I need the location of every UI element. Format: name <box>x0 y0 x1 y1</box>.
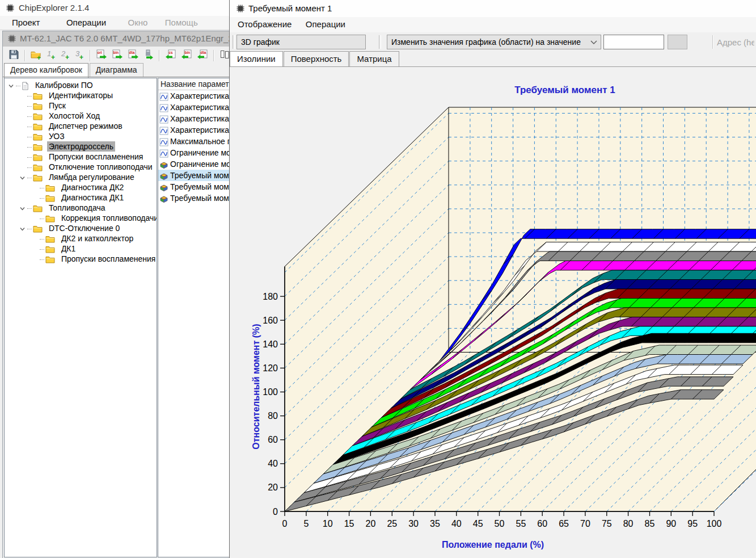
parameter-label: Характеристика з <box>170 125 235 135</box>
svg-text:70: 70 <box>580 519 590 528</box>
compare-button[interactable] <box>219 49 230 62</box>
tree-item-label[interactable]: DTC-Отключение 0 <box>47 223 121 233</box>
surface-3d-icon <box>159 171 170 180</box>
export-dta-button[interactable]: dta <box>127 49 140 62</box>
tree-connector <box>27 96 32 97</box>
apply-button[interactable] <box>668 35 687 49</box>
tree-item-0[interactable]: Калибровки ПО <box>5 80 157 90</box>
tab-surface[interactable]: Поверхность <box>284 51 349 66</box>
menu-operations[interactable]: Операции <box>59 16 113 29</box>
svg-text:dta: dta <box>201 51 206 54</box>
expander-chevron-icon[interactable] <box>8 80 16 90</box>
tree-item-2[interactable]: Пуск <box>5 100 157 111</box>
svg-text:cs: cs <box>169 51 174 54</box>
svg-text:120: 120 <box>263 363 278 373</box>
value-input[interactable] <box>603 35 664 49</box>
view-mode-combo[interactable]: 3D график <box>236 35 366 49</box>
import-dta-button[interactable]: dta <box>196 49 209 62</box>
menu-project[interactable]: Проект <box>5 16 47 29</box>
tree-item-15[interactable]: ДК2 и катколлектор <box>5 233 157 244</box>
menu-display[interactable]: Отображение <box>232 17 297 31</box>
tree-item-label[interactable]: Диагностика ДК1 <box>60 192 125 203</box>
chart-menubar: Отображение Операции <box>230 17 756 32</box>
add-2-button[interactable]: 2+ <box>60 49 71 62</box>
tree-item-8[interactable]: Отключение топливоподачи <box>5 162 157 172</box>
svg-text:35: 35 <box>430 519 440 528</box>
tree-item-label[interactable]: Пропуски воспламенения <box>47 152 145 162</box>
curve-2d-icon <box>159 91 170 100</box>
chart-plot-area[interactable]: 0204060801001201401601800510152025303540… <box>230 67 756 558</box>
tree-item-11[interactable]: Диагностика ДК1 <box>5 192 157 203</box>
tree-item-17[interactable]: Пропуски воспламенения <box>5 254 157 264</box>
tree-item-label[interactable]: Электродроссель <box>47 141 115 152</box>
import-bin-button[interactable]: bin <box>180 49 193 62</box>
menu-window[interactable]: Окно <box>121 16 155 29</box>
tab-calibration-tree[interactable]: Дерево калибровок <box>4 63 88 78</box>
menu-operations2[interactable]: Операции <box>300 17 351 31</box>
export-usb-button[interactable] <box>143 49 154 62</box>
tree-item-label[interactable]: Отключение топливоподачи <box>47 162 154 172</box>
add-folder-button[interactable]: + <box>30 49 43 62</box>
svg-text:50: 50 <box>495 519 505 528</box>
expander-chevron-icon[interactable] <box>19 203 27 213</box>
tree-item-label[interactable]: УОЗ <box>47 131 66 141</box>
tree-item-label[interactable]: Коррекция топливоподачи <box>60 213 157 223</box>
tree-item-1[interactable]: Идентификаторы <box>5 90 157 100</box>
chart-window: Требуемый момент 1 Отображение Операции … <box>229 0 756 558</box>
parameter-label: Требуемый момен <box>170 194 238 203</box>
svg-text:40: 40 <box>268 459 278 468</box>
tree-item-label[interactable]: Пуск <box>47 100 67 111</box>
tree-item-3[interactable]: Холостой Ход <box>5 111 157 121</box>
folder-icon <box>33 203 45 212</box>
calibration-tree-panel[interactable]: Калибровки ПО Идентификаторы Пуск Холост… <box>4 78 157 557</box>
import-cs-button[interactable]: cs <box>164 49 177 62</box>
tree-connector <box>27 167 32 168</box>
tree-item-label[interactable]: Пропуски воспламенения <box>60 254 157 264</box>
tree-item-14[interactable]: DTC-Отключение 0 <box>5 223 157 233</box>
svg-text:60: 60 <box>537 519 547 528</box>
3d-isoline-chart: 0204060801001201401601800510152025303540… <box>230 65 756 558</box>
tree-item-16[interactable]: ДК1 <box>5 244 157 254</box>
doc-chip-icon <box>7 34 16 45</box>
tree-item-label[interactable]: Диспетчер режимов <box>47 121 124 131</box>
tree-item-label[interactable]: Диагностика ДК2 <box>60 182 125 192</box>
tree-item-label[interactable]: ДК2 и катколлектор <box>60 233 135 244</box>
export-bin-button[interactable]: bin <box>111 49 124 62</box>
tree-item-13[interactable]: Коррекция топливоподачи <box>5 213 157 223</box>
tree-item-label[interactable]: Холостой Ход <box>47 111 102 121</box>
tree-item-label[interactable]: Топливоподача <box>47 203 107 213</box>
add-1-button[interactable]: 1+ <box>46 49 57 62</box>
expander-chevron-icon[interactable] <box>19 223 27 233</box>
tab-diagram[interactable]: Диаграмма <box>90 63 143 77</box>
save-button[interactable] <box>8 49 20 62</box>
tree-item-5[interactable]: УОЗ <box>5 131 157 141</box>
tree-item-12[interactable]: Топливоподача <box>5 203 157 213</box>
tree-item-label[interactable]: Лямбда регулирование <box>47 172 136 182</box>
svg-text:+: + <box>37 54 41 61</box>
svg-text:40: 40 <box>451 519 462 528</box>
parameter-label: Требуемый момен <box>170 171 238 180</box>
action-combo[interactable]: Изменить значения графика (области) на з… <box>387 35 601 49</box>
tree-connector <box>27 106 32 107</box>
parameter-label: Характеристика з <box>170 114 235 123</box>
tree-item-label[interactable]: ДК1 <box>60 244 77 254</box>
svg-text:20: 20 <box>366 519 376 528</box>
menu-help[interactable]: Помощь <box>158 16 205 29</box>
expander-chevron-icon[interactable] <box>19 172 27 182</box>
address-label: Адрес (hex <box>717 37 754 47</box>
tree-item-label[interactable]: Калибровки ПО <box>33 80 95 90</box>
parameter-label: Ограничение мом <box>170 160 236 169</box>
tree-item-7[interactable]: Пропуски воспламенения <box>5 152 157 162</box>
tree-item-label[interactable]: Идентификаторы <box>47 90 115 100</box>
add-3-button[interactable]: 3+ <box>74 49 85 62</box>
tab-matrix[interactable]: Матрица <box>349 51 399 66</box>
curve-2d-icon <box>159 137 170 146</box>
export-ori-button[interactable]: ori <box>95 49 108 62</box>
tree-item-10[interactable]: Диагностика ДК2 <box>5 182 157 192</box>
tree-item-6[interactable]: Электродроссель <box>5 141 157 152</box>
svg-text:160: 160 <box>263 316 278 325</box>
chart-window-titlebar[interactable]: Требуемый момент 1 <box>230 0 756 17</box>
tree-item-9[interactable]: Лямбда регулирование <box>5 172 157 182</box>
curve-2d-icon <box>159 103 170 112</box>
tree-item-4[interactable]: Диспетчер режимов <box>5 121 157 131</box>
